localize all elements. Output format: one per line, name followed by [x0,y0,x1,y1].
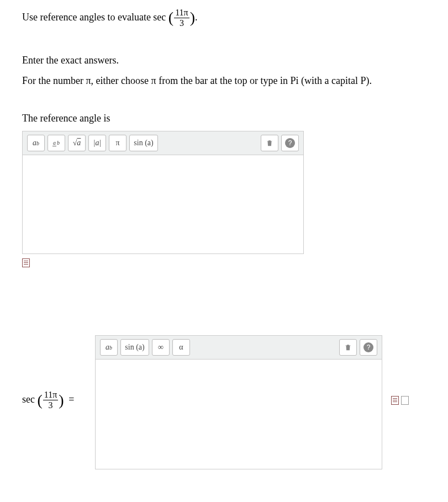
instruction-exact: Enter the exact answers. [22,52,426,68]
numerator: 11π [174,8,189,18]
reference-angle-label: The reference angle is [22,110,426,126]
trash-icon [344,344,352,351]
power-button[interactable]: ab [27,135,45,151]
equation-preview-icon[interactable] [22,258,30,267]
infinity-button[interactable]: ∞ [152,339,170,356]
pi-symbol: π [151,75,156,86]
close-paren: ) [59,392,64,409]
clear-button[interactable] [261,135,278,151]
equation-preview-icon-alt[interactable] [401,396,409,405]
abs-button[interactable]: |a| [88,135,106,151]
clear-button[interactable] [339,339,357,356]
math-expression: (11π3) [168,12,195,23]
sqrt-button[interactable]: √a [68,135,86,151]
help-icon: ? [285,138,295,148]
math-input-area[interactable] [22,155,304,254]
math-editor-1: ab ab √a |a| π sin (a) ? [22,131,426,254]
sin-button[interactable]: sin (a) [129,135,158,151]
help-button[interactable]: ? [360,339,377,356]
numerator: 11π [43,390,58,400]
problem-statement: Use reference angles to evaluate sec (11… [22,6,426,30]
text-prefix: Use reference angles to evaluate sec [22,12,166,23]
power-button[interactable]: ab [100,339,118,356]
lhs-expression: sec (11π3) = [22,390,88,410]
fraction: 11π3 [43,390,58,410]
answer-row: sec (11π3) = ab sin (a) ∞ α ? [22,331,426,469]
math-editor-2: ab sin (a) ∞ α ? [95,335,382,469]
text-suffix: . [195,12,198,23]
equation-preview-icon[interactable] [391,396,399,405]
equals-sign: = [68,394,74,405]
denominator: 3 [43,400,58,410]
row-icons [391,396,409,405]
instruction-pi: For the number π, either choose π from t… [22,73,426,89]
denominator: 3 [174,18,189,28]
open-paren: ( [37,392,42,409]
help-icon: ? [363,342,373,352]
editor-toolbar: ab sin (a) ∞ α ? [95,335,382,359]
pi-symbol: π [86,75,91,86]
editor-toolbar: ab ab √a |a| π sin (a) ? [22,131,304,155]
open-paren: ( [168,9,173,26]
help-button[interactable]: ? [281,135,299,151]
sin-button[interactable]: sin (a) [120,339,149,356]
fraction-button[interactable]: ab [48,135,65,151]
math-input-area[interactable] [95,359,382,469]
alpha-button[interactable]: α [172,339,190,356]
trash-icon [266,139,273,147]
close-paren: ) [190,9,195,26]
fraction: 11π3 [174,8,189,28]
pi-button[interactable]: π [109,135,127,151]
